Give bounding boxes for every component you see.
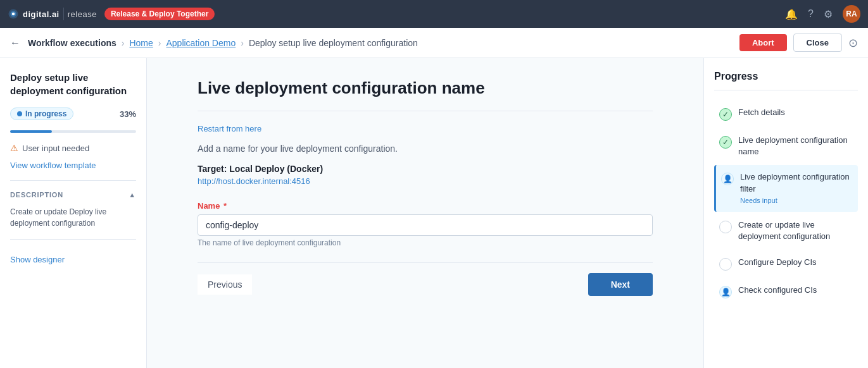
name-field-group: Name * The name of live deployment confi…: [198, 201, 653, 247]
description-title: DESCRIPTION: [10, 191, 63, 199]
progress-item-2: 👤 Live deployment configuration filter N…: [714, 165, 858, 212]
topbar-logo-text: digital.ai: [23, 9, 60, 19]
main-layout: Deploy setup live deployment configurati…: [0, 58, 868, 368]
breadcrumb-sep-2: ›: [158, 38, 161, 48]
breadcrumb-sep-3: ›: [241, 38, 244, 48]
settings-icon[interactable]: ⚙: [824, 8, 833, 20]
collapse-icon[interactable]: ▲: [129, 191, 136, 199]
sidebar-description: Create or update Deploy live deployment …: [10, 206, 136, 229]
progress-icon-4: [719, 258, 732, 271]
form-divider-top: [198, 111, 653, 111]
view-template-link[interactable]: View workflow template: [10, 161, 136, 170]
progress-item-5: 👤 Check configured CIs: [714, 278, 858, 305]
name-input[interactable]: [198, 214, 653, 236]
close-button[interactable]: Close: [793, 34, 842, 52]
form-description: Add a name for your live deployment conf…: [198, 144, 653, 154]
progress-label-2: Live deployment configuration filter: [740, 172, 850, 193]
progress-item-0: ✓ Fetch details: [714, 101, 858, 127]
progress-item-3: Create or update live deployment configu…: [714, 213, 858, 248]
progress-item-1: ✓ Live deployment configuration name: [714, 128, 858, 164]
warning-icon: ⚠: [10, 143, 18, 153]
avatar: RA: [843, 5, 860, 23]
progress-icon-2: 👤: [721, 173, 734, 185]
topbar-badge[interactable]: Release & Deploy Together: [104, 8, 215, 20]
name-hint: The name of live deployment configuratio…: [198, 238, 653, 247]
progress-panel-title: Progress: [714, 71, 858, 90]
breadcrumb-actions: Abort Close ⊙: [739, 34, 858, 52]
progress-item-4: Configure Deploy CIs: [714, 250, 858, 277]
progress-pct: 33%: [120, 109, 136, 119]
sidebar: Deploy setup live deployment configurati…: [0, 58, 147, 368]
progress-bar-bg: [10, 130, 136, 133]
user-input-row: ⚠ User input needed: [10, 143, 136, 153]
progress-label-5: Check configured CIs: [738, 285, 817, 295]
sidebar-divider-2: [10, 239, 136, 240]
svg-point-2: [12, 13, 15, 16]
status-dot: [17, 111, 22, 116]
status-badge: In progress: [10, 107, 73, 120]
bell-icon[interactable]: 🔔: [785, 8, 798, 20]
target-link[interactable]: http://host.docker.internal:4516: [198, 176, 653, 186]
description-section: DESCRIPTION ▲: [10, 191, 136, 199]
progress-icon-3: [719, 221, 732, 233]
progress-label-3: Create or update live deployment configu…: [738, 220, 830, 241]
show-designer-link[interactable]: Show designer: [10, 255, 136, 264]
sidebar-status-row: In progress 33%: [10, 107, 136, 120]
previous-button[interactable]: Previous: [198, 274, 252, 295]
progress-panel: Progress ✓ Fetch details ✓ Live deployme…: [703, 58, 868, 368]
breadcrumb-app[interactable]: Application Demo: [166, 38, 236, 48]
sidebar-divider-1: [10, 180, 136, 181]
progress-icon-5: 👤: [719, 286, 732, 298]
user-input-text: User input needed: [22, 144, 89, 153]
breadcrumb-current: Deploy setup live deployment configurati…: [249, 38, 418, 48]
topbar-right: 🔔 ? ⚙ RA: [785, 5, 860, 23]
progress-label-4: Configure Deploy CIs: [738, 257, 817, 267]
required-star: *: [223, 201, 227, 211]
progress-bar-fill: [10, 130, 52, 133]
abort-button[interactable]: Abort: [739, 34, 787, 51]
section-title: Workflow executions: [28, 38, 116, 48]
sidebar-title: Deploy setup live deployment configurati…: [10, 71, 136, 97]
next-button[interactable]: Next: [588, 273, 653, 296]
back-button[interactable]: ←: [10, 37, 20, 49]
progress-label-1: Live deployment configuration name: [738, 135, 848, 156]
target-label: Target: Local Deploy (Docker): [198, 164, 653, 174]
status-label: In progress: [25, 109, 66, 118]
progress-needs-input-2: Needs input: [740, 196, 853, 205]
name-label: Name *: [198, 201, 653, 211]
topbar: digital.ai release Release & Deploy Toge…: [0, 0, 868, 28]
progress-label-0: Fetch details: [738, 107, 785, 117]
breadcrumb-row: ← Workflow executions › Home › Applicati…: [0, 28, 868, 58]
breadcrumb-sep-1: ›: [122, 38, 125, 48]
topbar-logo: digital.ai release: [8, 8, 97, 20]
breadcrumb-help-icon[interactable]: ⊙: [848, 36, 858, 50]
form-title: Live deployment configuration name: [198, 78, 653, 98]
progress-icon-0: ✓: [719, 108, 732, 121]
main-content: Live deployment configuration name Resta…: [147, 58, 703, 368]
breadcrumb-home[interactable]: Home: [129, 38, 153, 48]
form-actions: Previous Next: [198, 262, 653, 296]
restart-link[interactable]: Restart from here: [198, 124, 653, 133]
progress-icon-1: ✓: [719, 136, 732, 149]
topbar-release-label: release: [68, 9, 97, 19]
help-icon[interactable]: ?: [808, 8, 814, 20]
